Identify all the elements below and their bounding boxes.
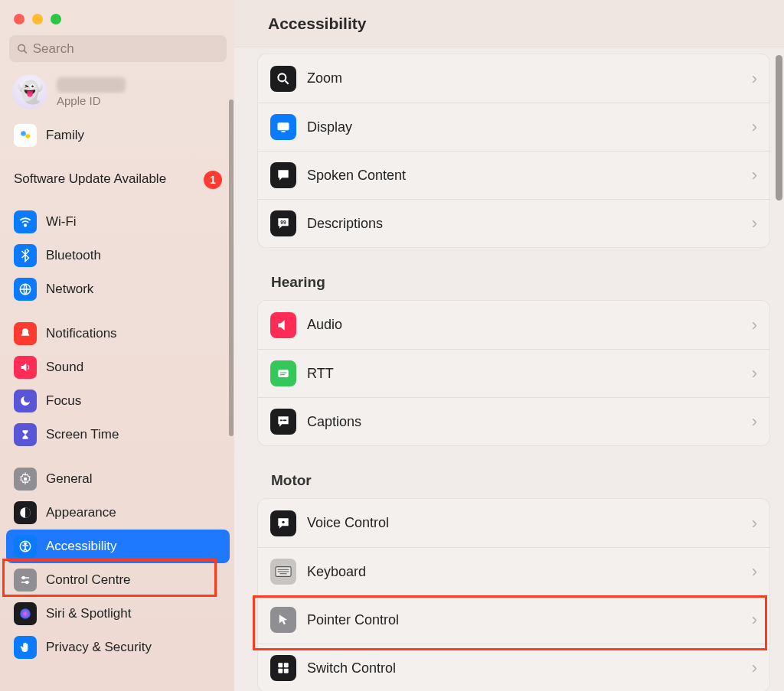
sidebar-item-screentime[interactable]: Screen Time bbox=[6, 418, 230, 451]
main-pane: Accessibility Zoom›Display›Spoken Conten… bbox=[234, 0, 784, 691]
svg-point-9 bbox=[24, 543, 26, 544]
wifi-icon bbox=[14, 210, 37, 233]
siri-icon bbox=[14, 602, 37, 625]
sidebar-item-focus[interactable]: Focus bbox=[6, 384, 230, 418]
row-audio[interactable]: Audio› bbox=[258, 301, 769, 349]
chevron-right-icon: › bbox=[752, 610, 757, 630]
sidebar-item-controlcentre[interactable]: Control Centre bbox=[6, 563, 230, 597]
section-label-hearing: Hearing bbox=[271, 274, 770, 291]
row-display[interactable]: Display› bbox=[258, 103, 769, 151]
content-scrollbar[interactable] bbox=[776, 55, 782, 200]
sidebar-item-sound[interactable]: Sound bbox=[6, 350, 230, 384]
row-pointercontrol[interactable]: Pointer Control› bbox=[258, 595, 769, 644]
row-captions[interactable]: Captions› bbox=[258, 397, 769, 445]
row-descriptions[interactable]: 99Descriptions› bbox=[258, 199, 769, 247]
sidebar-item-label: Control Centre bbox=[46, 572, 131, 588]
sidebar-item-siri[interactable]: Siri & Spotlight bbox=[6, 597, 230, 631]
rtt-icon bbox=[270, 360, 296, 386]
row-keyboard[interactable]: Keyboard› bbox=[258, 547, 769, 595]
svg-rect-23 bbox=[280, 420, 283, 422]
sidebar-item-label: Network bbox=[46, 282, 93, 297]
sidebar-item-label: Wi-Fi bbox=[46, 214, 77, 230]
sidebar-item-accessibility[interactable]: Accessibility bbox=[6, 530, 230, 563]
svg-line-16 bbox=[286, 80, 289, 83]
sidebar: 👻 Apple ID Family Software Update Availa… bbox=[0, 0, 234, 691]
svg-point-13 bbox=[26, 582, 28, 584]
row-label: Pointer Control bbox=[307, 612, 741, 628]
sidebar-item-label: Appearance bbox=[46, 505, 116, 520]
hearing-card: Audio›RTT›Captions› bbox=[257, 300, 770, 446]
sidebar-item-label: Screen Time bbox=[46, 427, 119, 442]
svg-point-11 bbox=[22, 577, 24, 579]
row-spoken[interactable]: Spoken Content› bbox=[258, 151, 769, 199]
svg-rect-32 bbox=[278, 669, 283, 673]
svg-line-1 bbox=[24, 50, 27, 53]
pointer-icon bbox=[270, 607, 296, 633]
chevron-right-icon: › bbox=[752, 117, 757, 137]
speech-icon bbox=[270, 162, 296, 188]
hourglass-icon bbox=[14, 423, 37, 446]
display-icon bbox=[270, 114, 296, 140]
row-switchcontrol[interactable]: Switch Control› bbox=[258, 644, 769, 691]
svg-point-14 bbox=[20, 608, 31, 619]
sidebar-item-privacy[interactable]: Privacy & Security bbox=[6, 631, 230, 664]
svg-point-4 bbox=[24, 224, 26, 226]
motor-card: Voice Control›Keyboard›Pointer Control›S… bbox=[257, 498, 770, 691]
network-icon bbox=[14, 278, 37, 301]
row-label: Zoom bbox=[307, 70, 741, 86]
svg-point-0 bbox=[18, 44, 25, 51]
row-label: Keyboard bbox=[307, 564, 741, 580]
audio-icon bbox=[270, 312, 296, 338]
row-zoom[interactable]: Zoom› bbox=[258, 54, 769, 103]
moon-icon bbox=[14, 390, 37, 412]
appearance-icon bbox=[14, 501, 37, 524]
sidebar-item-appearance[interactable]: Appearance bbox=[6, 496, 230, 530]
sound-icon bbox=[14, 356, 37, 379]
sidebar-item-network[interactable]: Network bbox=[6, 272, 230, 306]
row-rtt[interactable]: RTT› bbox=[258, 349, 769, 397]
sidebar-item-general[interactable]: General bbox=[6, 462, 230, 496]
sidebar-scrollbar[interactable] bbox=[229, 99, 234, 436]
search-field[interactable] bbox=[9, 35, 227, 62]
svg-point-6 bbox=[24, 478, 28, 481]
minimize-window-button[interactable] bbox=[32, 14, 43, 24]
zoom-window-button[interactable] bbox=[51, 14, 61, 24]
vision-card: Zoom›Display›Spoken Content›99Descriptio… bbox=[257, 54, 770, 248]
content-scroll[interactable]: Zoom›Display›Spoken Content›99Descriptio… bbox=[234, 47, 784, 691]
apple-id-row[interactable]: 👻 Apple ID bbox=[6, 73, 230, 112]
sidebar-item-label: Notifications bbox=[46, 326, 117, 341]
sidebar-item-bluetooth[interactable]: Bluetooth bbox=[6, 239, 230, 272]
chevron-right-icon: › bbox=[752, 363, 757, 383]
row-label: Captions bbox=[307, 414, 741, 430]
svg-rect-17 bbox=[278, 122, 289, 130]
close-window-button[interactable] bbox=[14, 14, 24, 24]
svg-rect-33 bbox=[284, 669, 289, 673]
sidebar-item-label: General bbox=[46, 471, 92, 487]
svg-point-15 bbox=[278, 73, 286, 81]
chevron-right-icon: › bbox=[752, 315, 757, 335]
chevron-right-icon: › bbox=[752, 513, 757, 533]
software-update-row[interactable]: Software Update Available 1 bbox=[6, 163, 230, 194]
page-title: Accessibility bbox=[268, 15, 366, 33]
family-icon bbox=[14, 124, 37, 147]
update-badge: 1 bbox=[204, 171, 222, 189]
row-label: Descriptions bbox=[307, 216, 741, 232]
hand-icon bbox=[14, 636, 37, 659]
apple-id-label: Apple ID bbox=[57, 94, 126, 107]
bluetooth-icon bbox=[14, 244, 37, 267]
sidebar-item-notifications[interactable]: Notifications bbox=[6, 317, 230, 350]
search-input[interactable] bbox=[33, 41, 219, 57]
row-label: Display bbox=[307, 119, 741, 135]
row-voicecontrol[interactable]: Voice Control› bbox=[258, 499, 769, 547]
svg-rect-30 bbox=[278, 663, 283, 667]
sidebar-item-label: Bluetooth bbox=[46, 248, 101, 263]
voice-icon bbox=[270, 510, 296, 536]
sidebar-item-family[interactable]: Family bbox=[6, 119, 230, 152]
gear-icon bbox=[14, 468, 37, 491]
row-label: Switch Control bbox=[307, 660, 741, 676]
svg-rect-18 bbox=[282, 131, 286, 132]
sidebar-item-wifi[interactable]: Wi-Fi bbox=[6, 205, 230, 239]
section-label-motor: Motor bbox=[271, 472, 770, 489]
keyboard-icon bbox=[270, 559, 296, 585]
chevron-right-icon: › bbox=[752, 658, 757, 678]
